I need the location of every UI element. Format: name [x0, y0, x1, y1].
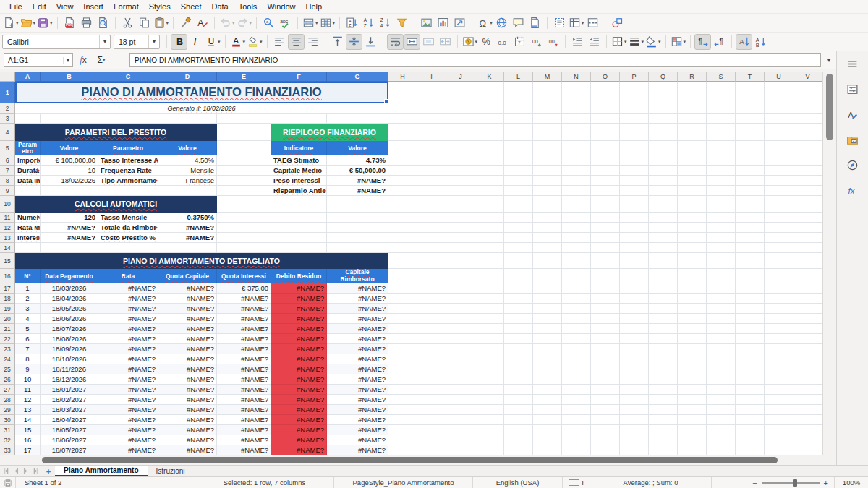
cell-R9[interactable] [678, 186, 707, 196]
cell-E4[interactable] [217, 124, 271, 141]
sort-asc-button[interactable]: AZ [360, 15, 377, 31]
cell-A17[interactable]: 1 [15, 283, 41, 294]
cell-G32[interactable]: #NAME? [327, 435, 388, 445]
paste-button[interactable]: ▾ [153, 15, 170, 31]
cell-F16[interactable]: Debito Residuo [271, 269, 327, 283]
cell-M28[interactable] [533, 395, 562, 405]
cell-B25[interactable]: 18/11/2026 [41, 364, 98, 374]
menu-sheet[interactable]: Sheet [176, 1, 207, 12]
cell-G27[interactable]: #NAME? [327, 385, 388, 395]
cell-M20[interactable] [533, 314, 562, 324]
cell-H29[interactable] [388, 405, 417, 415]
cell-O18[interactable] [591, 294, 620, 304]
row-header-27[interactable]: 27 [0, 385, 15, 395]
cell-A27[interactable]: 11 [15, 385, 41, 395]
cell-F10[interactable] [271, 196, 327, 213]
expand-formula-bar-button[interactable]: ▾ [823, 53, 835, 67]
cell-C32[interactable]: #NAME? [98, 435, 158, 445]
cell-U17[interactable] [765, 283, 793, 294]
cell-I31[interactable] [417, 425, 446, 435]
cell-R21[interactable] [678, 324, 707, 334]
cell-S15[interactable] [707, 253, 736, 269]
cell-I6[interactable] [417, 155, 446, 166]
cell-P17[interactable] [620, 283, 649, 294]
cell-F11[interactable] [271, 213, 327, 223]
cell-E9[interactable] [217, 186, 271, 196]
cell-O25[interactable] [591, 364, 620, 374]
cell-E30[interactable]: #NAME? [217, 415, 271, 425]
cell-S12[interactable] [707, 223, 736, 233]
cell-Q1[interactable] [649, 82, 678, 103]
cell-U28[interactable] [765, 395, 793, 405]
cell-B11[interactable]: 120 [41, 213, 98, 223]
cell-T28[interactable] [736, 395, 765, 405]
row-header-31[interactable]: 31 [0, 425, 15, 435]
cell-T10[interactable] [736, 196, 765, 213]
cell-R7[interactable] [678, 166, 707, 176]
cell-K3[interactable] [475, 114, 504, 124]
cell-S31[interactable] [707, 425, 736, 435]
underline-button[interactable]: U▾ [204, 34, 221, 50]
cell-H2[interactable] [388, 103, 417, 114]
open-button[interactable]: ▾ [20, 15, 37, 31]
cell-M9[interactable] [533, 186, 562, 196]
cell-O3[interactable] [591, 114, 620, 124]
cell-T7[interactable] [736, 166, 765, 176]
cell-P31[interactable] [620, 425, 649, 435]
cell-Q16[interactable] [649, 269, 678, 283]
cell-T12[interactable] [736, 223, 765, 233]
draw-functions-button[interactable] [609, 15, 626, 31]
add-sheet-button[interactable]: + [42, 466, 55, 476]
cell-T19[interactable] [736, 304, 765, 314]
cell-F23[interactable]: #NAME? [271, 344, 327, 354]
insert-chart-button[interactable] [435, 15, 451, 31]
cell-J15[interactable] [446, 253, 475, 269]
cell-Q24[interactable] [649, 354, 678, 364]
column-header-J[interactable]: J [446, 72, 475, 82]
cell-V10[interactable] [793, 196, 822, 213]
cell-O21[interactable] [591, 324, 620, 334]
cell-U18[interactable] [765, 294, 793, 304]
cell-Q8[interactable] [649, 176, 678, 186]
column-header-Q[interactable]: Q [649, 72, 678, 82]
row-header-15[interactable]: 15 [0, 253, 15, 269]
properties-deck-button[interactable] [843, 80, 863, 98]
cell-V5[interactable] [793, 141, 822, 155]
save-button[interactable]: ▾ [36, 15, 54, 31]
cell-S18[interactable] [707, 294, 736, 304]
cell-N28[interactable] [562, 395, 591, 405]
cell-U21[interactable] [765, 324, 793, 334]
cell-E17[interactable]: € 375.00 [217, 283, 271, 294]
cell-F25[interactable]: #NAME? [271, 364, 327, 374]
cell-V13[interactable] [793, 233, 822, 243]
cell-B31[interactable]: 18/05/2027 [41, 425, 98, 435]
cell-P14[interactable] [620, 243, 649, 253]
unmerge-cells-button[interactable] [437, 34, 454, 50]
cell-R29[interactable] [678, 405, 707, 415]
cell-C3[interactable] [98, 114, 158, 124]
horizontal-scrollbar-thumb[interactable] [42, 457, 778, 463]
center-vertically-button[interactable] [346, 34, 362, 50]
cell-P10[interactable] [620, 196, 649, 213]
cell-T27[interactable] [736, 385, 765, 395]
cell-G3[interactable] [327, 114, 388, 124]
cell-A23[interactable]: 7 [15, 344, 41, 354]
cell-S11[interactable] [707, 213, 736, 223]
row-header-25[interactable]: 25 [0, 364, 15, 374]
row-header-18[interactable]: 18 [0, 294, 15, 304]
name-box-dropdown-icon[interactable]: ▾ [63, 57, 72, 64]
cell-K26[interactable] [475, 374, 504, 385]
cell-I12[interactable] [417, 223, 446, 233]
cell-P28[interactable] [620, 395, 649, 405]
format-percent-button[interactable]: % [478, 34, 495, 50]
row-header-21[interactable]: 21 [0, 324, 15, 334]
cell-F26[interactable]: #NAME? [271, 374, 327, 385]
column-header-L[interactable]: L [504, 72, 533, 82]
cell-H12[interactable] [388, 223, 417, 233]
font-name-dropdown-icon[interactable]: ▾ [99, 35, 110, 48]
cell-J19[interactable] [446, 304, 475, 314]
cell-U15[interactable] [765, 253, 793, 269]
cell-I13[interactable] [417, 233, 446, 243]
cell-T21[interactable] [736, 324, 765, 334]
column-header-T[interactable]: T [736, 72, 765, 82]
